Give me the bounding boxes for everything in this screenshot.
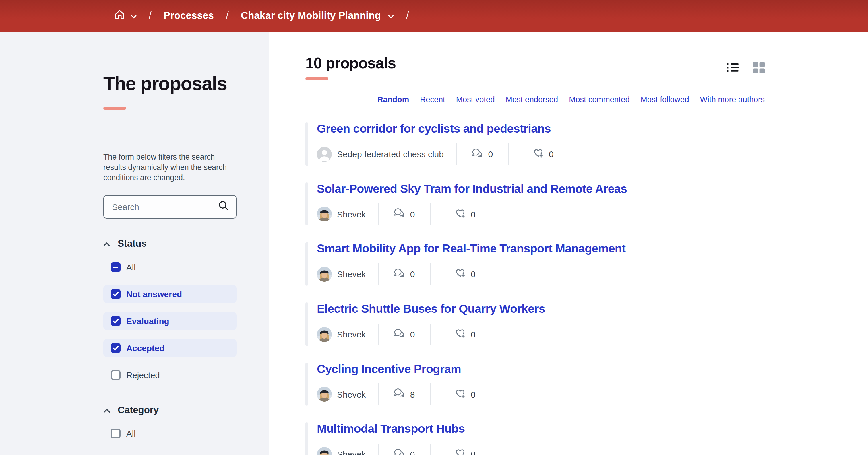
category-option-label: All — [126, 429, 136, 438]
status-option-label: Not answered — [126, 290, 182, 299]
proposal-meta: Shevek 0 — [317, 203, 765, 226]
status-option-all[interactable]: All — [103, 258, 237, 276]
endorsements-count: 0 — [549, 149, 554, 159]
proposal-title-link[interactable]: Electric Shuttle Buses for Quarry Worker… — [317, 302, 545, 315]
heading-accent-bar — [305, 77, 329, 80]
comments-count: 0 — [410, 450, 415, 455]
endorsements-stat: 0 — [431, 388, 476, 401]
home-icon[interactable] — [114, 9, 126, 23]
filter-description: The form below filters the search result… — [103, 152, 238, 183]
proposal-title-link[interactable]: Solar-Powered Sky Tram for Industrial an… — [317, 182, 627, 195]
checkbox-unchecked — [111, 370, 121, 380]
comments-icon — [472, 148, 484, 160]
sort-with-more-authors[interactable]: With more authors — [700, 95, 765, 104]
endorsement-heart-plus-icon — [533, 148, 544, 161]
author-avatar — [317, 267, 332, 282]
sort-most-voted[interactable]: Most voted — [456, 95, 495, 104]
search-box — [103, 195, 237, 219]
proposal-card: Smart Mobility App for Real-Time Transpo… — [305, 241, 765, 286]
endorsement-heart-plus-icon — [455, 388, 466, 401]
endorsements-count: 0 — [471, 450, 476, 455]
chevron-up-icon — [103, 238, 110, 249]
list-view-button[interactable] — [727, 63, 739, 72]
breadcrumb-process-link[interactable]: Chakar city Mobility Planning — [241, 10, 381, 22]
sort-recent[interactable]: Recent — [420, 95, 445, 104]
proposal-meta: Shevek 0 — [317, 263, 765, 286]
author-avatar — [317, 387, 332, 402]
search-icon[interactable] — [218, 200, 229, 214]
search-input[interactable] — [111, 202, 218, 213]
category-option-community-engagement[interactable]: Community Engagement a… — [103, 452, 237, 455]
breadcrumb-separator: / — [406, 10, 409, 22]
category-section-label: Category — [118, 405, 159, 416]
top-navigation-bar: / Processes / Chakar city Mobility Plann… — [0, 0, 868, 32]
checkbox-checked — [111, 289, 121, 299]
sort-options: Random Recent Most voted Most endorsed M… — [305, 95, 765, 104]
endorsements-stat: 0 — [431, 268, 476, 281]
comments-stat: 8 — [379, 388, 430, 400]
chevron-up-icon — [103, 405, 110, 416]
proposal-card: Cycling Incentive Program Shevek — [305, 361, 765, 405]
checkbox-checked — [111, 317, 121, 326]
proposals-count-heading: 10 proposals — [305, 55, 396, 72]
grid-view-button[interactable] — [753, 62, 765, 73]
proposal-title-link[interactable]: Green corridor for cyclists and pedestri… — [317, 122, 551, 135]
checkbox-unchecked — [111, 429, 121, 438]
filters-sidebar: The proposals The form below filters the… — [0, 32, 269, 455]
status-option-not-answered[interactable]: Not answered — [103, 286, 237, 303]
proposal-title-link[interactable]: Cycling Incentive Program — [317, 362, 461, 375]
comments-count: 0 — [410, 329, 415, 339]
comments-stat: 0 — [379, 328, 430, 340]
endorsements-count: 0 — [471, 209, 476, 219]
proposal-title-link[interactable]: Multimodal Transport Hubs — [317, 422, 465, 435]
sort-random[interactable]: Random — [377, 95, 409, 104]
endorsements-stat: 0 — [431, 328, 476, 341]
proposal-meta: Shevek 8 — [317, 383, 765, 405]
category-section-toggle[interactable]: Category — [103, 405, 240, 416]
status-section-toggle[interactable]: Status — [103, 238, 240, 249]
author-name: Shevek — [337, 329, 378, 339]
proposal-card: Green corridor for cyclists and pedestri… — [305, 121, 765, 166]
checkbox-checked — [111, 344, 121, 353]
author-avatar — [317, 327, 332, 342]
status-option-evaluating[interactable]: Evaluating — [103, 313, 237, 330]
comments-count: 8 — [410, 389, 415, 399]
comments-icon — [394, 208, 406, 221]
comments-icon — [394, 268, 406, 281]
breadcrumb-separator: / — [149, 10, 152, 22]
status-option-label: All — [126, 263, 136, 272]
author-avatar — [317, 447, 332, 455]
proposal-card: Electric Shuttle Buses for Quarry Worker… — [305, 301, 765, 346]
proposal-meta: Sedep federated chess club 0 — [317, 142, 765, 166]
author-name: Shevek — [337, 450, 378, 455]
comments-stat: 0 — [379, 448, 430, 455]
comments-count: 0 — [410, 209, 415, 219]
comments-stat: 0 — [379, 268, 430, 281]
proposal-meta: Shevek 0 — [317, 323, 765, 346]
status-option-rejected[interactable]: Rejected — [103, 366, 237, 384]
sidebar-title: The proposals — [103, 74, 240, 94]
proposal-title-link[interactable]: Smart Mobility App for Real-Time Transpo… — [317, 242, 625, 255]
endorsements-stat: 0 — [431, 448, 476, 455]
home-chevron-down-icon[interactable] — [131, 10, 136, 22]
category-option-all[interactable]: All — [103, 425, 237, 443]
sort-most-commented[interactable]: Most commented — [569, 95, 630, 104]
author-name: Shevek — [337, 389, 378, 399]
author-avatar — [317, 147, 332, 162]
endorsements-count: 0 — [471, 269, 476, 279]
status-filter-section: Status All Not an — [103, 238, 240, 384]
page: / Processes / Chakar city Mobility Plann… — [0, 0, 868, 455]
status-option-accepted[interactable]: Accepted — [103, 339, 237, 357]
status-option-label: Accepted — [126, 344, 164, 353]
proposal-card: Solar-Powered Sky Tram for Industrial an… — [305, 181, 765, 226]
sort-most-followed[interactable]: Most followed — [641, 95, 689, 104]
comments-icon — [394, 388, 406, 400]
endorsement-heart-plus-icon — [455, 328, 466, 341]
status-option-label: Rejected — [126, 371, 160, 380]
breadcrumb-processes-link[interactable]: Processes — [164, 10, 214, 22]
process-chevron-down-icon[interactable] — [389, 10, 394, 22]
status-option-label: Evaluating — [126, 317, 169, 326]
endorsement-heart-plus-icon — [455, 448, 466, 455]
comments-count: 0 — [488, 149, 493, 159]
sort-most-endorsed[interactable]: Most endorsed — [506, 95, 558, 104]
